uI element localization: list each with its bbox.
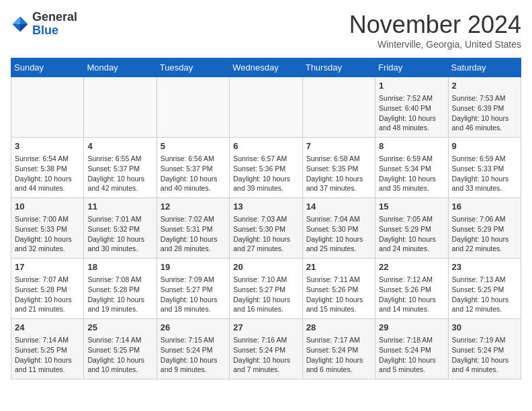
day-number: 7 [306,140,371,152]
cell-info-line: Sunset: 5:37 PM [87,164,152,174]
logo-icon [11,15,30,34]
cell-info-line: Sunset: 5:31 PM [161,224,226,234]
cell-info-line: Sunset: 5:24 PM [161,345,226,355]
cell-info-line: Sunrise: 7:53 AM [452,93,517,103]
cell-info-line: Sunset: 5:26 PM [379,285,444,295]
cell-info-line: Daylight: 10 hours and 35 minutes. [379,174,444,193]
calendar-cell: 1Sunrise: 7:52 AMSunset: 6:40 PMDaylight… [375,77,448,138]
cell-info-line: Sunset: 6:39 PM [452,103,517,113]
calendar-cell: 6Sunrise: 6:57 AMSunset: 5:36 PMDaylight… [230,138,302,198]
cell-info-line: Sunrise: 7:13 AM [452,275,517,285]
cell-info-line: Sunset: 5:37 PM [161,164,226,174]
day-number: 20 [233,261,298,273]
calendar-cell: 2Sunrise: 7:53 AMSunset: 6:39 PMDaylight… [448,77,521,138]
calendar-cell: 9Sunrise: 6:59 AMSunset: 5:33 PMDaylight… [448,138,521,198]
cell-info-line: Sunrise: 6:59 AM [379,154,444,164]
calendar-cell: 29Sunrise: 7:18 AMSunset: 5:24 PMDayligh… [375,319,448,379]
cell-info-line: Sunrise: 7:04 AM [306,214,371,224]
cell-info-line: Daylight: 10 hours and 4 minutes. [452,355,517,375]
cell-info-line: Sunset: 5:29 PM [379,224,444,234]
cell-info-line: Daylight: 10 hours and 11 minutes. [15,355,80,375]
day-number: 14 [306,201,371,213]
calendar-cell: 15Sunrise: 7:05 AMSunset: 5:29 PMDayligh… [375,198,448,259]
calendar-cell [84,77,157,138]
cell-info-line: Sunset: 5:24 PM [452,345,517,355]
cell-info-line: Sunrise: 7:00 AM [15,214,80,224]
cell-info-line: Daylight: 10 hours and 9 minutes. [161,355,226,375]
cell-info-line: Sunrise: 7:18 AM [379,335,444,345]
day-number: 13 [233,201,298,213]
week-row-4: 17Sunrise: 7:07 AMSunset: 5:28 PMDayligh… [11,259,521,319]
day-number: 2 [452,80,517,92]
week-row-2: 3Sunrise: 6:54 AMSunset: 5:38 PMDaylight… [11,138,521,198]
cell-info-line: Sunrise: 6:57 AM [233,154,298,164]
cell-info-line: Sunset: 5:34 PM [379,164,444,174]
weekday-sunday: Sunday [11,58,84,77]
day-number: 16 [452,201,517,213]
calendar-cell: 23Sunrise: 7:13 AMSunset: 5:25 PMDayligh… [448,259,521,319]
cell-info-line: Sunset: 5:30 PM [306,224,371,234]
cell-info-line: Sunrise: 7:10 AM [233,275,298,285]
svg-marker-3 [13,24,20,32]
calendar-cell [11,77,84,138]
cell-info-line: Sunset: 5:24 PM [379,345,444,355]
day-number: 22 [379,261,444,273]
calendar-cell: 26Sunrise: 7:15 AMSunset: 5:24 PMDayligh… [157,319,229,379]
day-number: 8 [379,140,444,152]
day-number: 1 [379,80,444,92]
calendar-cell: 18Sunrise: 7:08 AMSunset: 5:28 PMDayligh… [84,259,157,319]
calendar-cell: 25Sunrise: 7:14 AMSunset: 5:25 PMDayligh… [84,319,157,379]
cell-info-line: Sunrise: 7:03 AM [233,214,298,224]
cell-info-line: Daylight: 10 hours and 48 minutes. [379,113,444,133]
week-row-1: 1Sunrise: 7:52 AMSunset: 6:40 PMDaylight… [11,77,521,138]
logo-text: General Blue [32,11,77,38]
day-number: 19 [161,261,226,273]
cell-info-line: Sunrise: 6:55 AM [87,154,152,164]
cell-info-line: Daylight: 10 hours and 42 minutes. [87,174,152,193]
cell-info-line: Sunset: 5:33 PM [15,224,80,234]
weekday-monday: Monday [84,58,157,77]
calendar-cell: 19Sunrise: 7:09 AMSunset: 5:27 PMDayligh… [157,259,229,319]
cell-info-line: Sunrise: 6:54 AM [15,154,80,164]
svg-marker-1 [20,17,28,24]
day-number: 25 [87,322,152,334]
week-row-5: 24Sunrise: 7:14 AMSunset: 5:25 PMDayligh… [11,319,521,379]
calendar-cell: 16Sunrise: 7:06 AMSunset: 5:29 PMDayligh… [448,198,521,259]
cell-info-line: Sunrise: 6:58 AM [306,154,371,164]
day-number: 12 [161,201,226,213]
cell-info-line: Sunrise: 7:08 AM [87,275,152,285]
weekday-tuesday: Tuesday [157,58,229,77]
calendar-cell: 24Sunrise: 7:14 AMSunset: 5:25 PMDayligh… [11,319,84,379]
day-number: 30 [452,322,517,334]
weekday-friday: Friday [375,58,448,77]
cell-info-line: Sunrise: 7:01 AM [87,214,152,224]
day-number: 24 [15,322,80,334]
day-number: 10 [15,201,80,213]
cell-info-line: Daylight: 10 hours and 44 minutes. [15,174,80,193]
cell-info-line: Daylight: 10 hours and 6 minutes. [306,355,371,375]
cell-info-line: Sunset: 5:25 PM [87,345,152,355]
calendar-cell [302,77,375,138]
cell-info-line: Sunrise: 7:09 AM [161,275,226,285]
cell-info-line: Daylight: 10 hours and 24 minutes. [379,234,444,254]
month-title: November 2024 [349,11,521,39]
cell-info-line: Sunrise: 7:14 AM [15,335,80,345]
calendar-cell: 11Sunrise: 7:01 AMSunset: 5:32 PMDayligh… [84,198,157,259]
svg-marker-4 [13,17,20,24]
day-number: 4 [87,140,152,152]
cell-info-line: Daylight: 10 hours and 27 minutes. [233,234,298,254]
day-number: 9 [452,140,517,152]
day-number: 18 [87,261,152,273]
title-block: November 2024 Winterville, Georgia, Unit… [349,11,521,50]
calendar-cell: 12Sunrise: 7:02 AMSunset: 5:31 PMDayligh… [157,198,229,259]
calendar-cell: 3Sunrise: 6:54 AMSunset: 5:38 PMDaylight… [11,138,84,198]
cell-info-line: Sunrise: 7:07 AM [15,275,80,285]
cell-info-line: Daylight: 10 hours and 10 minutes. [87,355,152,375]
day-number: 5 [161,140,226,152]
calendar-table: SundayMondayTuesdayWednesdayThursdayFrid… [11,58,521,379]
cell-info-line: Sunset: 6:40 PM [379,103,444,113]
day-number: 11 [87,201,152,213]
weekday-thursday: Thursday [302,58,375,77]
calendar-cell [230,77,302,138]
cell-info-line: Sunset: 5:38 PM [15,164,80,174]
